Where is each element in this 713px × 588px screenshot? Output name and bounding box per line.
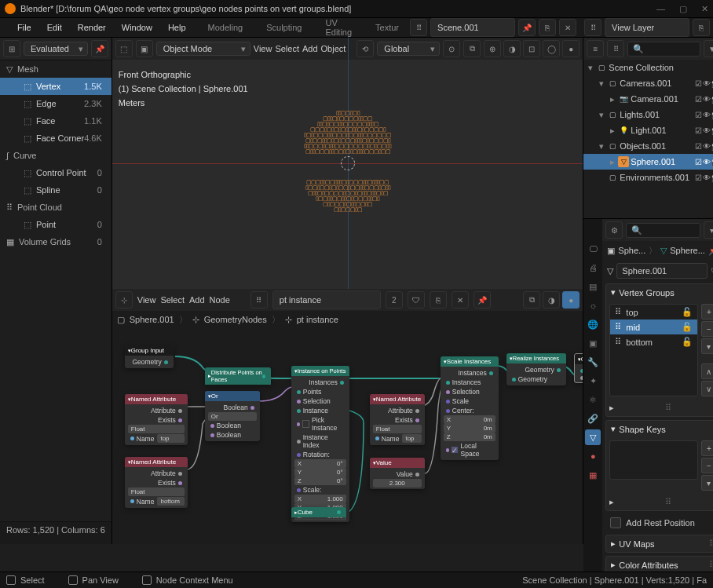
viewport-menu-add[interactable]: Add (302, 44, 318, 53)
tab-output-icon[interactable]: 🖨 (585, 260, 601, 276)
menu-help[interactable]: Help (162, 20, 192, 35)
menu-render[interactable]: Render (71, 20, 112, 35)
panel-uv-maps[interactable]: ▸UV Maps⠿ (605, 535, 713, 553)
nodetree-browse-icon[interactable]: ⠿ (250, 291, 268, 309)
vertex-group-list[interactable]: ⠿top🔓⠿mid🔓⠿bottom🔓 (609, 304, 698, 396)
node-menu-add[interactable]: Add (189, 295, 205, 305)
properties-search-input[interactable]: 🔍 (626, 223, 700, 238)
node-scale-instances[interactable]: ▾Scale Instances Instances Instances Sel… (441, 356, 499, 460)
editor-type-icon[interactable]: ⬚ (115, 40, 133, 57)
sk-menu-button[interactable]: ▾ (701, 475, 713, 491)
tab-physics-icon[interactable]: ⚛ (585, 392, 601, 407)
editor-type-icon[interactable]: ⊞ (3, 40, 20, 57)
3d-viewport[interactable]: ⬚ ▣ Object Mode View Select Add Object ⟲… (112, 38, 583, 289)
scene-delete-icon[interactable]: ✕ (559, 19, 576, 36)
outliner-item[interactable]: ▢Environments.001☑👁📷 (583, 170, 713, 185)
sk-add-button[interactable]: + (701, 440, 713, 456)
mode-icon[interactable]: ▣ (136, 40, 153, 57)
orientation-icon[interactable]: ⟲ (356, 40, 374, 57)
node-value[interactable]: ▾Value Value 2.300 (370, 458, 425, 489)
viewlayer-browse-icon[interactable]: ⠿ (584, 19, 601, 36)
tab-data-icon[interactable]: ▽ (585, 429, 601, 445)
tab-modeling[interactable]: Modeling (200, 20, 251, 35)
gizmo-icon[interactable]: ⊕ (484, 40, 501, 57)
spreadsheet-pin-icon[interactable]: 📌 (91, 40, 108, 57)
viewport-menu-view[interactable]: View (254, 44, 272, 53)
domain-item[interactable]: ⬚Point0 (0, 216, 112, 233)
node-menu-node[interactable]: Node (210, 295, 230, 305)
viewport-menu-select[interactable]: Select (275, 44, 299, 53)
node-realize-instances[interactable]: ▾Realize Instances Geometry Geometry (506, 353, 566, 385)
shading-solid-icon[interactable]: ● (562, 40, 580, 57)
outliner-item[interactable]: ▸▽Sphere.001☑👁📷 (583, 154, 713, 170)
maximize-button[interactable]: ▢ (679, 4, 687, 14)
node-boolean-or[interactable]: ▾Or Boolean Or Boolean Boolean (205, 391, 260, 441)
outliner-item[interactable]: ▾▢Cameras.001☑👁📷 (583, 75, 713, 91)
tab-scene-icon[interactable]: ☼ (585, 298, 601, 313)
outliner-filter-icon[interactable]: ▼ (704, 40, 713, 57)
domain-item[interactable]: ⬚Vertex1.5K (0, 78, 112, 95)
nodetree-fake-icon[interactable]: 🛡 (408, 291, 425, 309)
shading-wireframe-icon[interactable]: ◯ (543, 40, 560, 57)
vg-remove-button[interactable]: − (701, 321, 713, 337)
node-snap-icon[interactable]: ⧉ (523, 291, 540, 309)
tab-texture-icon[interactable]: ▦ (585, 467, 601, 483)
vg-moveup-button[interactable]: ∧ (701, 363, 713, 379)
sk-remove-button[interactable]: − (701, 458, 713, 473)
outliner-display-icon[interactable]: ⠿ (607, 40, 624, 57)
vertex-group-item[interactable]: ⠿top🔓 (610, 305, 697, 320)
scene-new-icon[interactable]: ⎘ (539, 19, 556, 36)
mesh-name-input[interactable]: Sphere.001 (616, 263, 708, 279)
editor-type-icon[interactable]: ≡ (587, 40, 604, 57)
nodetree-delete-icon[interactable]: ✕ (452, 291, 469, 309)
snap-icon[interactable]: ⧉ (463, 40, 481, 57)
tab-sculpting[interactable]: Sculpting (258, 20, 309, 35)
node-named-attribute-top2[interactable]: ▾Named Attribute Attribute Exists Float … (370, 394, 425, 445)
nodetree-name-input[interactable]: pt instance (272, 290, 381, 309)
outliner-tree[interactable]: ▾▢ Scene Collection ▾▢Cameras.001☑👁📷▸📷Ca… (583, 60, 713, 218)
viewport-menu-object[interactable]: Object (321, 44, 346, 53)
outliner-item[interactable]: ▸💡Light.001☑👁📷 (583, 122, 713, 138)
orientation-dropdown[interactable]: Global (377, 42, 440, 56)
vertex-group-item[interactable]: ⠿bottom🔓 (610, 334, 697, 349)
nodetree-users[interactable]: 2 (386, 291, 403, 309)
add-rest-position-checkbox[interactable]: Add Rest Position (602, 513, 713, 533)
vg-movedown-button[interactable]: ∨ (701, 381, 713, 396)
tab-viewlayer-icon[interactable]: ▤ (585, 279, 601, 294)
node-cube[interactable]: ▸Cube (291, 507, 346, 517)
overlays-icon[interactable]: ◑ (503, 40, 521, 57)
minimize-button[interactable]: — (656, 4, 665, 14)
menu-window[interactable]: Window (115, 20, 159, 35)
domain-item[interactable]: ⬚Edge2.3K (0, 95, 112, 112)
scene-name-input[interactable]: Scene.001 (430, 18, 515, 37)
node-instance-on-points[interactable]: ▾Instance on Points Instances Points Sel… (291, 366, 349, 522)
node-group-output[interactable]: ▾Group Output Geometry (574, 353, 583, 383)
outliner-scene-collection[interactable]: ▾▢ Scene Collection (583, 60, 713, 75)
pivot-icon[interactable]: ⊙ (443, 40, 460, 57)
play-icon[interactable]: ▸ (609, 497, 614, 507)
domain-group[interactable]: ▽Mesh (0, 60, 112, 78)
menu-edit[interactable]: Edit (41, 20, 68, 35)
menu-file[interactable]: File (11, 20, 38, 35)
node-overlay-icon[interactable]: ◑ (543, 291, 560, 309)
domain-item[interactable]: ⬚Face1.1K (0, 112, 112, 130)
pin-icon[interactable]: 📌 (708, 246, 713, 256)
tab-render-icon[interactable]: 🖵 (585, 241, 601, 257)
node-shading-icon[interactable]: ● (562, 291, 580, 309)
tab-uvediting[interactable]: UV Editing (317, 16, 360, 39)
domain-group[interactable]: ∫Curve (0, 147, 112, 164)
editor-type-icon[interactable]: ⚙ (605, 221, 623, 239)
node-named-attribute-bottom[interactable]: ▾Named Attribute Attribute Exists Float … (125, 457, 188, 508)
tab-material-icon[interactable]: ● (585, 448, 601, 464)
nodetree-new-icon[interactable]: ⎘ (430, 291, 447, 309)
domain-item[interactable]: ⬚Face Corner4.6K (0, 130, 112, 147)
editor-type-icon[interactable]: ⊹ (115, 291, 133, 309)
viewlayer-new-icon[interactable]: ⎘ (693, 19, 710, 36)
tab-object-icon[interactable]: ▣ (585, 335, 601, 351)
tab-modifier-icon[interactable]: 🔧 (585, 354, 601, 370)
node-menu-select[interactable]: Select (160, 295, 185, 305)
close-button[interactable]: ✕ (701, 4, 708, 14)
play-icon[interactable]: ▸ (609, 403, 614, 413)
outliner-item[interactable]: ▾▢Objects.001☑👁📷 (583, 138, 713, 154)
outliner-item[interactable]: ▾▢Lights.001☑👁📷 (583, 107, 713, 122)
